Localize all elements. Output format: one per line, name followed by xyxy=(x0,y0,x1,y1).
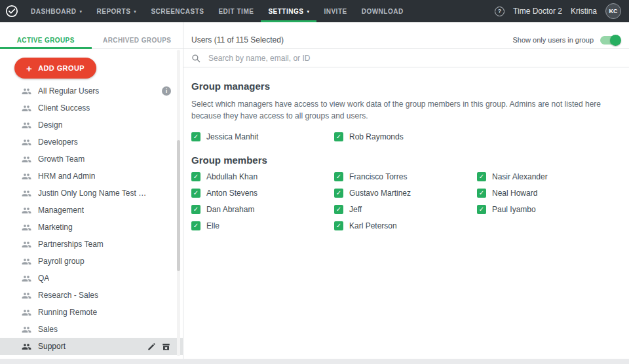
toggle-area: Show only users in group xyxy=(512,36,620,45)
member-checkbox-item[interactable]: ✓ Abdullah Khan xyxy=(191,172,334,181)
group-users-icon xyxy=(22,274,31,283)
member-name: Jeff xyxy=(349,205,362,214)
nav-item[interactable]: REPORTS ▾ xyxy=(90,0,144,22)
check-glyph: ✓ xyxy=(193,223,199,229)
show-users-toggle[interactable] xyxy=(600,36,620,45)
archive-group-icon[interactable] xyxy=(161,342,171,352)
group-list-item[interactable]: Developers xyxy=(0,134,183,151)
users-selected-count: Users (11 of 115 Selected) xyxy=(191,35,284,45)
search-input[interactable] xyxy=(207,53,621,64)
toggle-knob xyxy=(610,35,621,46)
member-checkbox-item[interactable]: ✓ Karl Peterson xyxy=(334,221,477,230)
groups-tab[interactable]: ACTIVE GROUPS xyxy=(0,31,92,48)
group-label: Research - Sales xyxy=(38,291,98,300)
plus-icon: + xyxy=(26,64,32,73)
member-checkbox-item[interactable]: ✓ Dan Abraham xyxy=(191,205,334,214)
group-list-item[interactable]: Justin Only Long Name Test Very Long ... xyxy=(0,185,183,202)
checkbox-checked-icon[interactable]: ✓ xyxy=(191,189,200,198)
sidebar-scrollbar-thumb[interactable] xyxy=(177,140,180,271)
group-list: All Regular Users i Client Success xyxy=(0,82,183,359)
checkbox-checked-icon[interactable]: ✓ xyxy=(191,205,200,214)
checkbox-checked-icon[interactable]: ✓ xyxy=(191,221,200,230)
group-users-icon xyxy=(22,223,31,232)
nav-item-label: INVITE xyxy=(324,8,347,15)
member-checkbox-item[interactable]: ✓ Elle xyxy=(191,221,334,230)
checkbox-checked-icon[interactable]: ✓ xyxy=(334,205,343,214)
group-list-item[interactable]: Management xyxy=(0,202,183,219)
groups-tab[interactable]: ARCHIVED GROUPS xyxy=(92,31,183,48)
info-icon[interactable]: i xyxy=(162,86,171,96)
checkbox-checked-icon[interactable]: ✓ xyxy=(334,172,343,181)
check-glyph: ✓ xyxy=(193,206,199,213)
group-list-item[interactable]: Design xyxy=(0,117,183,134)
member-name: Francisco Torres xyxy=(349,172,407,181)
member-name: Karl Peterson xyxy=(349,221,397,230)
member-name: Anton Stevens xyxy=(206,189,257,198)
group-list-item[interactable]: All Regular Users i xyxy=(0,82,183,100)
member-checkbox-item[interactable]: ✓ Paul Iyambo xyxy=(477,205,620,214)
manager-checkbox-item[interactable]: ✓ Rob Raymonds xyxy=(334,132,477,141)
nav-item[interactable]: DASHBOARD ▾ xyxy=(24,0,90,22)
chevron-down-icon: ▾ xyxy=(80,9,83,14)
group-list-item[interactable]: Research - Sales xyxy=(0,287,183,304)
nav-item-label: EDIT TIME xyxy=(218,8,254,15)
group-label: Client Success xyxy=(38,103,90,113)
checkbox-checked-icon[interactable]: ✓ xyxy=(334,132,343,141)
checkbox-checked-icon[interactable]: ✓ xyxy=(334,221,343,230)
member-checkbox-item[interactable]: ✓ Nasir Alexander xyxy=(477,172,620,181)
nav-item[interactable]: INVITE xyxy=(316,0,354,22)
group-list-item[interactable]: Client Success xyxy=(0,100,183,117)
group-users-icon xyxy=(22,189,31,198)
group-list-item[interactable]: QA xyxy=(0,270,183,287)
member-checkbox-item[interactable]: ✓ Neal Howard xyxy=(477,189,620,198)
groups-tab-label: ACTIVE GROUPS xyxy=(17,37,75,44)
member-checkbox-item[interactable]: ✓ Anton Stevens xyxy=(191,189,334,198)
group-list-item[interactable]: Sales xyxy=(0,321,183,338)
group-list-item[interactable]: Partnerships Team xyxy=(0,236,183,253)
member-checkbox-item[interactable]: ✓ Jeff xyxy=(334,205,477,214)
manager-checkbox-item[interactable]: ✓ Jessica Manhit xyxy=(191,132,334,141)
group-list-item[interactable]: Running Remote xyxy=(0,304,183,321)
nav-item-label: DASHBOARD xyxy=(31,8,77,15)
chevron-down-icon: ▾ xyxy=(307,9,309,14)
group-list-item[interactable]: Payroll group xyxy=(0,253,183,270)
member-name: Elle xyxy=(206,221,219,230)
add-group-button[interactable]: + ADD GROUP xyxy=(14,58,96,79)
edit-group-icon[interactable] xyxy=(147,342,157,352)
group-label: HRM and Admin xyxy=(38,172,95,181)
nav-item-label: SCREENCASTS xyxy=(151,8,204,15)
check-glyph: ✓ xyxy=(193,173,199,180)
page-bottom-edge xyxy=(0,359,629,364)
manager-name: Jessica Manhit xyxy=(206,132,258,141)
nav-item[interactable]: EDIT TIME xyxy=(211,0,261,22)
group-list-item[interactable]: Support xyxy=(0,338,183,355)
check-glyph: ✓ xyxy=(336,173,341,180)
checkbox-checked-icon[interactable]: ✓ xyxy=(477,189,486,198)
avatar[interactable]: KC xyxy=(605,3,621,19)
member-checkbox-item[interactable]: ✓ Gustavo Martinez xyxy=(334,189,477,198)
group-label: All Regular Users xyxy=(38,86,99,96)
checkbox-checked-icon[interactable]: ✓ xyxy=(477,172,486,181)
group-list-item[interactable]: Growth Team xyxy=(0,151,183,168)
help-icon[interactable]: ? xyxy=(495,7,505,16)
time-doctor-logo-icon[interactable] xyxy=(0,0,24,22)
group-detail-panel: Users (11 of 115 Selected) Show only use… xyxy=(183,22,629,359)
group-label: Support xyxy=(38,342,66,351)
account-name[interactable]: Time Doctor 2 xyxy=(513,7,562,16)
checkbox-checked-icon[interactable]: ✓ xyxy=(191,132,200,141)
member-checkbox-item[interactable]: ✓ Francisco Torres xyxy=(334,172,477,181)
nav-item[interactable]: SETTINGS ▾ xyxy=(261,0,316,22)
group-actions xyxy=(147,342,171,352)
group-list-item[interactable]: Marketing xyxy=(0,219,183,236)
checkbox-checked-icon[interactable]: ✓ xyxy=(191,172,200,181)
member-name: Abdullah Khan xyxy=(206,172,257,181)
user-name[interactable]: Kristina xyxy=(571,7,597,16)
nav-item[interactable]: SCREENCASTS xyxy=(143,0,211,22)
checkbox-checked-icon[interactable]: ✓ xyxy=(334,189,343,198)
group-detail-body: Group managers Select which managers hav… xyxy=(183,67,629,230)
group-label: Partnerships Team xyxy=(38,240,104,249)
nav-item[interactable]: DOWNLOAD xyxy=(354,0,411,22)
group-list-item[interactable]: HRM and Admin xyxy=(0,168,183,185)
checkbox-checked-icon[interactable]: ✓ xyxy=(477,205,486,214)
search-icon xyxy=(191,54,200,63)
